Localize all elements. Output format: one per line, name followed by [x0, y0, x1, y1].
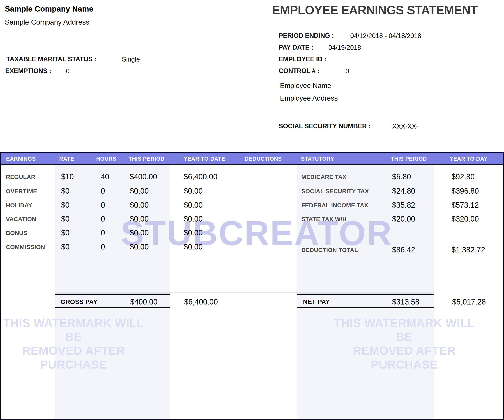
earnings-label: BONUS: [6, 230, 28, 236]
purchase-watermark-line2: REMOVED AFTER PURCHASE: [330, 344, 479, 372]
column-header-year-to-date: YEAR TO DATE: [184, 156, 225, 162]
statutory-label: MEDICARE TAX: [301, 174, 347, 180]
employee-id-label: EMPLOYEE ID :: [279, 55, 326, 63]
ssn-label: SOCIAL SECURITY NUMBER :: [279, 122, 371, 130]
earnings-ytd: $0.00: [184, 229, 203, 237]
table-row: HOLIDAY $0 0 $0.00 $0.00 FEDERAL INCOME …: [0, 199, 504, 209]
table-row: REGULAR $10 40 $400.00 $6,400.00 MEDICAR…: [0, 170, 504, 180]
pay-date-value: 04/19/2018: [328, 44, 361, 51]
table-row: VACATION $0 0 $0.00 $0.00 STATE TAX W/H …: [0, 213, 504, 223]
column-header-hours: HOURS: [96, 156, 116, 162]
purchase-watermark-line1: THIS WATERMARK WILL BE: [0, 316, 148, 344]
earnings-hours: 0: [101, 201, 105, 209]
column-header-deductions: DEDUCTIONS: [245, 156, 282, 162]
statutory-ytd: $92.80: [451, 173, 475, 180]
statutory-ytd: $573.12: [451, 201, 479, 209]
earnings-hours: 0: [101, 215, 105, 223]
purchase-watermark-line1: THIS WATERMARK WILL BE: [330, 316, 479, 344]
table-header-bottom-border: [0, 164, 504, 165]
marital-status-label: TAXABLE MARITAL STATUS :: [6, 55, 96, 63]
marital-status-value: Single: [122, 56, 140, 63]
earnings-this-period: $0.00: [130, 187, 149, 195]
earnings-rate: $0: [61, 229, 70, 237]
ssn-value: XXX-XX-: [392, 123, 418, 130]
gross-pay-box-bottom-line: [55, 307, 170, 308]
period-ending-label: PERIOD ENDING :: [279, 32, 334, 39]
deduction-total-this-period: $86.42: [392, 246, 415, 254]
earnings-label: OVERTIME: [6, 188, 37, 194]
earnings-ytd: $0.00: [184, 187, 203, 195]
totals-separator-line: [55, 292, 434, 293]
net-pay-label: NET PAY: [303, 299, 330, 305]
pay-date-label: PAY DATE :: [279, 44, 313, 51]
net-pay-ytd: $5,017.28: [452, 298, 486, 306]
statutory-ytd: $320.00: [451, 215, 479, 223]
column-header-rate: RATE: [59, 156, 74, 162]
net-pay-box-top-line: [297, 294, 434, 295]
exemptions-value: 0: [66, 67, 70, 75]
earnings-rate: $10: [61, 173, 74, 180]
column-header-this-period-2: THIS PERIOD: [391, 156, 427, 162]
control-number-label: CONTROL # :: [279, 67, 319, 75]
employee-address: Employee Address: [280, 94, 338, 102]
earnings-this-period: $0.00: [130, 215, 149, 223]
gross-pay-box-top-line: [55, 294, 170, 295]
gross-pay-label: GROSS PAY: [60, 299, 97, 305]
column-header-statutory: STATUTORY: [301, 156, 334, 162]
earnings-rate: $0: [61, 201, 70, 209]
period-ending-value: 04/12/2018 - 04/18/2018: [350, 32, 421, 40]
exemptions-label: EXEMPTIONS :: [5, 67, 51, 75]
statutory-label: FEDERAL INCOME TAX: [301, 203, 368, 208]
purchase-watermark-right: THIS WATERMARK WILL BE REMOVED AFTER PUR…: [330, 316, 479, 372]
column-header-year-to-day: YEAR TO DAY: [450, 156, 487, 162]
earnings-this-period: $0.00: [130, 229, 149, 237]
earnings-label: REGULAR: [6, 174, 36, 180]
deduction-total-label: DEDUCTION TOTAL: [301, 247, 358, 253]
deduction-total-ytd: $1,382.72: [451, 246, 485, 254]
table-bottom-border: [0, 419, 504, 420]
gross-pay-this-period: $400.00: [130, 298, 157, 306]
earnings-ytd: $0.00: [184, 201, 203, 209]
control-number-value: 0: [345, 67, 349, 75]
statutory-this-period: $5.80: [392, 173, 411, 180]
earnings-hours: 0: [101, 229, 105, 237]
earnings-this-period: $0.00: [130, 201, 149, 209]
company-name: Sample Company Name: [5, 5, 93, 13]
statutory-this-period: $35.82: [392, 201, 415, 209]
net-pay-box-bottom-line: [297, 307, 434, 308]
page-title: EMPLOYEE EARNINGS STATEMENT: [272, 3, 478, 17]
column-header-earnings: EARNINGS: [6, 156, 36, 162]
pay-stub-page: Sample Company Name Sample Company Addre…: [0, 0, 504, 420]
earnings-label: VACATION: [6, 216, 36, 222]
earnings-hours: 40: [101, 173, 109, 180]
column-header-this-period: THIS PERIOD: [129, 156, 165, 162]
statutory-label: SOCIAL SECURITY TAX: [301, 188, 369, 194]
gross-pay-ytd: $6,400.00: [184, 298, 218, 306]
statutory-label: STATE TAX W/H: [301, 216, 347, 222]
table-row: OVERTIME $0 0 $0.00 $0.00 SOCIAL SECURIT…: [0, 185, 504, 195]
statutory-this-period: $24.80: [392, 187, 415, 195]
earnings-hours: 0: [101, 187, 105, 195]
earnings-rate: $0: [61, 215, 70, 223]
purchase-watermark-line2: REMOVED AFTER PURCHASE: [0, 344, 148, 372]
net-pay-this-period: $313.58: [392, 298, 419, 306]
deduction-total-row: DEDUCTION TOTAL $86.42 $1,382.72: [0, 244, 504, 254]
earnings-ytd: $0.00: [184, 215, 203, 223]
employee-name: Employee Name: [280, 82, 331, 90]
totals-row: GROSS PAY $400.00 $6,400.00 NET PAY $313…: [0, 295, 504, 306]
statutory-this-period: $20.00: [392, 215, 415, 223]
earnings-label: HOLIDAY: [6, 203, 32, 208]
earnings-rate: $0: [61, 187, 70, 195]
table-row: BONUS $0 0 $0.00 $0.00: [0, 227, 504, 237]
company-address: Sample Company Address: [5, 18, 90, 26]
statutory-ytd: $396.80: [451, 187, 479, 195]
earnings-this-period: $400.00: [130, 173, 157, 180]
purchase-watermark-left: THIS WATERMARK WILL BE REMOVED AFTER PUR…: [0, 316, 148, 372]
earnings-ytd: $6,400.00: [184, 173, 217, 180]
